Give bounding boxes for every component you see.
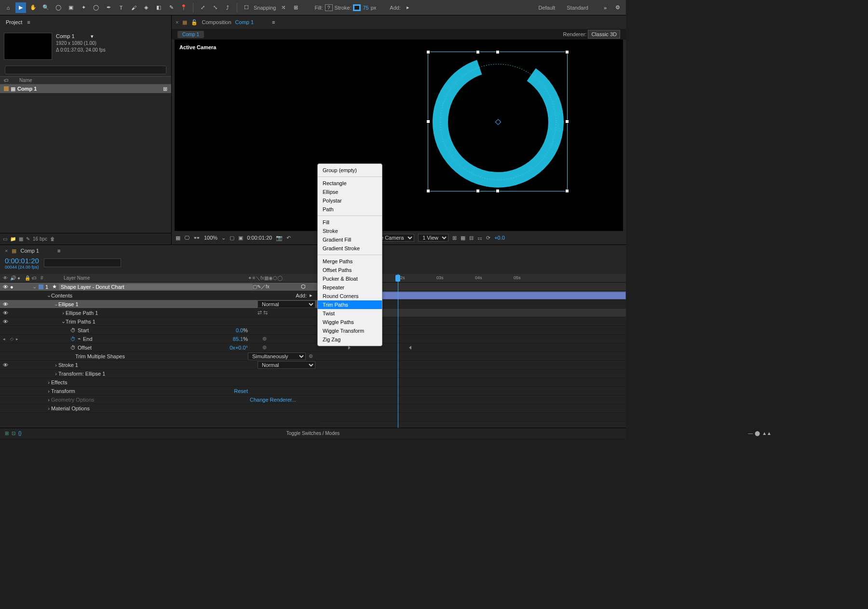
tag-icon[interactable]: 🏷	[4, 78, 19, 83]
stroke-mode-dropdown[interactable]: Normal	[258, 361, 315, 369]
eye-icon[interactable]: 👁	[3, 301, 10, 307]
context-menu-item[interactable]: Polystar	[318, 196, 382, 205]
lock-col-icon[interactable]: 🔒	[25, 275, 32, 281]
folder-icon[interactable]: 📁	[10, 236, 16, 242]
chevron-down-icon[interactable]: ⌄	[221, 235, 226, 241]
change-renderer-link[interactable]: Change Renderer...	[250, 397, 296, 403]
end-value[interactable]: 85.1	[233, 336, 243, 342]
puppet-tool-icon[interactable]: 📍	[178, 2, 189, 13]
context-menu-item[interactable]: Pucker & Bloat	[318, 274, 382, 283]
eye-icon[interactable]: 👁	[3, 319, 10, 325]
type-tool-icon[interactable]: T	[116, 2, 126, 13]
panel-menu-icon[interactable]: ≡	[27, 19, 30, 25]
eraser-tool-icon[interactable]: ◧	[153, 2, 164, 13]
twirl-icon[interactable]: ›	[46, 379, 51, 385]
layer-bounding-box[interactable]	[428, 52, 568, 191]
trim-multi-dropdown[interactable]: Simultaneously	[248, 352, 306, 360]
roto-tool-icon[interactable]: ✎	[166, 2, 176, 13]
context-menu-item[interactable]: Stroke	[318, 227, 382, 235]
stopwatch-on-icon[interactable]: ⏱	[70, 336, 76, 342]
exposure-value[interactable]: +0.0	[494, 235, 505, 241]
playhead-line[interactable]	[398, 274, 398, 428]
eye-icon[interactable]: 👁	[3, 362, 10, 368]
axis-view-icon[interactable]: ⤴	[222, 2, 233, 13]
anchor-tool-icon[interactable]: ✦	[78, 2, 89, 13]
viewer-canvas[interactable]: Active Camera	[175, 40, 623, 231]
start-prop-row[interactable]: ⏱ Start 0.0%	[0, 326, 318, 335]
expression-icon[interactable]: ⊚	[248, 344, 315, 351]
audio-col-icon[interactable]: 🔊	[10, 275, 17, 281]
twirl-icon[interactable]: ⌄	[61, 318, 66, 325]
panel-menu-icon[interactable]: ≡	[272, 19, 275, 25]
twirl-icon[interactable]: ›	[54, 362, 58, 368]
eye-icon[interactable]: 👁	[3, 284, 10, 290]
stopwatch-icon[interactable]: ⏱	[70, 345, 76, 351]
context-menu-item[interactable]: Path	[318, 205, 382, 214]
context-menu-item[interactable]: Ellipse	[318, 188, 382, 196]
context-menu-item[interactable]: Rectangle	[318, 179, 382, 188]
camera-icon[interactable]: 📷	[276, 235, 283, 241]
tf2-icon[interactable]: ⊡	[12, 431, 15, 436]
viewer-tab[interactable]: Comp 1	[177, 31, 204, 38]
gear-icon[interactable]: ⚙	[612, 2, 623, 13]
end-prop-row[interactable]: ◂ ◇ ▸ ⏱ ⌁ End 85.1% ⊚	[0, 335, 318, 343]
viewer-time[interactable]: 0:00:01:20	[247, 235, 272, 241]
grid-icon[interactable]: ▦	[176, 235, 180, 241]
edit-icon[interactable]: ✎	[26, 236, 30, 242]
composition-name[interactable]: Comp 1	[235, 19, 254, 25]
stopwatch-icon[interactable]: ⏱	[70, 327, 76, 333]
twirl-icon[interactable]: ⌄	[54, 301, 58, 307]
tf3-icon[interactable]: {}	[18, 431, 22, 436]
comp-thumbnail[interactable]	[4, 33, 52, 60]
zoom-value[interactable]: 100%	[204, 235, 217, 241]
stroke-width[interactable]: 75	[363, 5, 368, 11]
twirl-icon[interactable]: ›	[46, 406, 51, 411]
current-timecode[interactable]: 0:00:01:20	[5, 257, 39, 265]
twirl-icon[interactable]: ›	[61, 310, 66, 316]
workspace-standard[interactable]: Standard	[567, 5, 588, 11]
ellipse-name[interactable]: Ellipse 1	[58, 301, 258, 307]
contents-row[interactable]: ⌄ Contents Add: ▸	[0, 291, 318, 300]
lock-icon[interactable]: 🔓	[191, 19, 198, 26]
dropdown-icon[interactable]: ▾	[91, 33, 94, 39]
context-menu-item[interactable]: Wiggle Transform	[318, 326, 382, 335]
twirl-icon[interactable]: ›	[46, 388, 51, 394]
panel-menu-icon[interactable]: ≡	[57, 248, 60, 254]
trim-multi-row[interactable]: Trim Multiple Shapes Simultaneously ⊚	[0, 352, 318, 361]
bpc-label[interactable]: 16 bpc	[33, 236, 47, 242]
keyframe-icon[interactable]	[348, 346, 351, 350]
new-comp-icon[interactable]: ▦	[19, 236, 23, 242]
project-item-row[interactable]: ▦ Comp 1 ⊞	[0, 84, 171, 93]
solo-col-icon[interactable]: ●	[17, 275, 25, 281]
context-menu-item[interactable]: Repeater	[318, 283, 382, 292]
layer-name[interactable]: Shape Layer - Donut Chart	[59, 284, 253, 290]
vf2-icon[interactable]: ▦	[461, 235, 465, 241]
tf1-icon[interactable]: ⊞	[5, 431, 9, 436]
layer-row[interactable]: 👁 ● ⌄ 1 ★ Shape Layer - Donut Chart ▢✎／f…	[0, 283, 318, 291]
context-menu-item[interactable]: Gradient Stroke	[318, 244, 382, 253]
home-icon[interactable]: ⌂	[3, 2, 14, 13]
name-column-header[interactable]: Name	[19, 78, 32, 83]
offset-rev[interactable]: 0x	[230, 345, 235, 351]
offset-prop-row[interactable]: ⏱ Offset 0x+0.0° ⊚	[0, 343, 318, 352]
add-menu-icon[interactable]: ▸	[310, 292, 312, 298]
start-value[interactable]: 0.0	[236, 327, 243, 333]
snap-opt2-icon[interactable]: ⊞	[291, 2, 301, 13]
timeline-tab[interactable]: Comp 1	[20, 248, 39, 254]
keyframe-icon[interactable]	[409, 346, 411, 350]
vf3-icon[interactable]: ⊟	[469, 235, 474, 241]
transform-row[interactable]: › Transform Reset	[0, 387, 318, 395]
context-menu-item[interactable]: Offset Paths	[318, 266, 382, 274]
tag-col-icon[interactable]: 🏷	[32, 275, 41, 281]
view-count-dropdown[interactable]: 1 View	[418, 234, 448, 242]
snapping-checkbox-icon[interactable]: ☐	[241, 2, 252, 13]
renderer-value[interactable]: Classic 3D	[588, 30, 620, 39]
vf5-icon[interactable]: ⟳	[486, 235, 490, 241]
prev-key-icon[interactable]: ◂	[3, 337, 10, 341]
close-tab-icon[interactable]: ×	[176, 19, 178, 25]
offset-deg[interactable]: +0.0°	[235, 345, 248, 351]
ccw-icon[interactable]: ↶	[286, 235, 291, 241]
vf1-icon[interactable]: ⊞	[452, 235, 457, 241]
orbit-tool-icon[interactable]: ◯	[53, 2, 64, 13]
pen-tool-icon[interactable]: ✒	[103, 2, 114, 13]
